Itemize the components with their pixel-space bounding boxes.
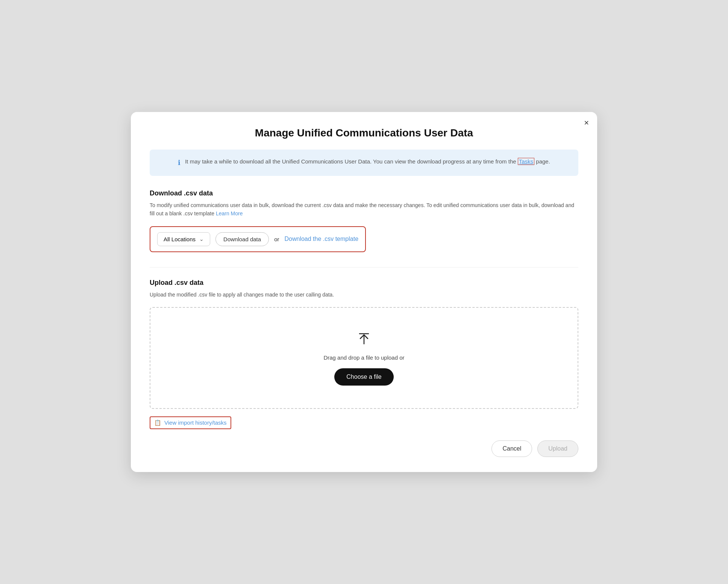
- choose-file-button[interactable]: Choose a file: [334, 368, 393, 386]
- upload-section-desc: Upload the modified .csv file to apply a…: [150, 290, 578, 299]
- download-section: Download .csv data To modify unified com…: [150, 189, 578, 252]
- upload-section: Upload .csv data Upload the modified .cs…: [150, 279, 578, 429]
- download-controls: All Locations ⌄ Download data or Downloa…: [150, 226, 366, 252]
- view-history-link[interactable]: 📋 View import history/tasks: [150, 416, 231, 429]
- history-icon: 📋: [154, 419, 161, 426]
- download-section-title: Download .csv data: [150, 189, 578, 197]
- csv-template-link[interactable]: Download the .csv template: [284, 236, 358, 242]
- or-label: or: [274, 236, 279, 242]
- upload-icon: [356, 330, 372, 348]
- upload-section-title: Upload .csv data: [150, 279, 578, 287]
- close-button[interactable]: ×: [584, 119, 589, 127]
- info-banner-text: It may take a while to download all the …: [185, 157, 550, 166]
- upload-drop-zone[interactable]: Drag and drop a file to upload or Choose…: [150, 307, 578, 409]
- info-banner: ℹ It may take a while to download all th…: [150, 150, 578, 176]
- modal-footer: Cancel Upload: [150, 440, 578, 457]
- modal-title: Manage Unified Communications User Data: [150, 127, 578, 139]
- chevron-down-icon: ⌄: [199, 236, 204, 242]
- cancel-button[interactable]: Cancel: [491, 440, 532, 457]
- download-section-desc: To modify unified communications user da…: [150, 201, 578, 218]
- view-history-label: View import history/tasks: [164, 419, 227, 426]
- learn-more-link[interactable]: Learn More: [216, 210, 243, 216]
- location-dropdown[interactable]: All Locations ⌄: [157, 232, 210, 246]
- location-value: All Locations: [164, 236, 196, 242]
- info-icon: ℹ: [178, 157, 180, 168]
- drag-drop-text: Drag and drop a file to upload or: [162, 354, 566, 361]
- tasks-link[interactable]: Tasks: [518, 158, 534, 165]
- modal-container: × Manage Unified Communications User Dat…: [131, 112, 597, 472]
- upload-button[interactable]: Upload: [537, 440, 578, 457]
- download-data-button[interactable]: Download data: [215, 232, 269, 246]
- section-divider: [150, 267, 578, 268]
